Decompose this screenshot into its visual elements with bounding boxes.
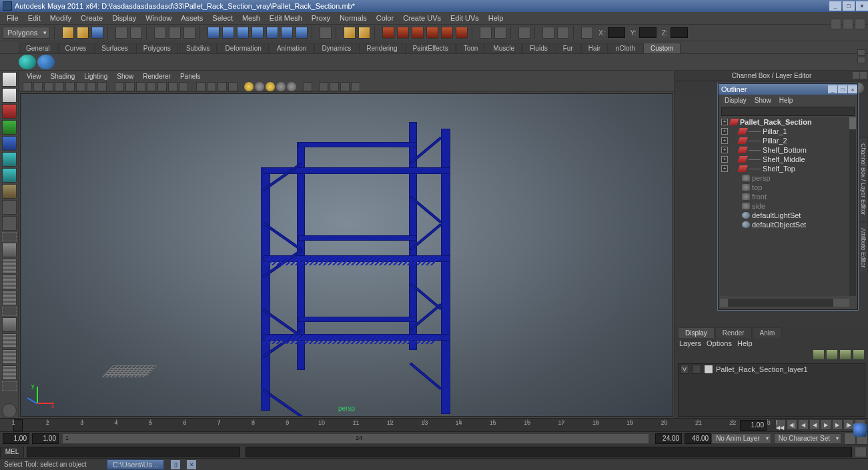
range-start-outer-field[interactable]: 1.00 bbox=[3, 433, 29, 444]
character-set-dropdown[interactable]: No Character Set bbox=[774, 433, 841, 444]
panel-icon[interactable] bbox=[125, 82, 135, 91]
menu-mesh[interactable]: Mesh bbox=[238, 13, 264, 23]
snap-live-button[interactable] bbox=[266, 27, 278, 39]
panel-menu-renderer[interactable]: Renderer bbox=[139, 73, 175, 80]
panel-icon[interactable] bbox=[218, 82, 227, 91]
menu-file[interactable]: File bbox=[3, 13, 23, 23]
panel-icon[interactable] bbox=[168, 82, 177, 91]
layout-single-button[interactable] bbox=[2, 243, 17, 257]
menu-modify[interactable]: Modify bbox=[46, 13, 75, 23]
save-scene-button[interactable] bbox=[91, 27, 103, 39]
render-pass-button[interactable] bbox=[397, 27, 409, 39]
panel-menu-view[interactable]: View bbox=[23, 73, 45, 80]
select-by-object-button[interactable] bbox=[169, 27, 181, 39]
viewport-3d[interactable]: y x persp bbox=[20, 93, 673, 417]
panel-icon[interactable] bbox=[76, 82, 85, 91]
menu-window[interactable]: Window bbox=[141, 13, 175, 23]
module-dropdown[interactable]: Polygons bbox=[3, 27, 50, 39]
panel-icon[interactable] bbox=[340, 82, 350, 91]
menu-proxy[interactable]: Proxy bbox=[308, 13, 334, 23]
new-scene-button[interactable] bbox=[62, 27, 74, 39]
layout-preset-d[interactable] bbox=[2, 365, 17, 380]
render-button[interactable] bbox=[344, 27, 356, 39]
anim-layer-dropdown[interactable]: No Anim Layer bbox=[711, 433, 771, 444]
misc-button-b[interactable] bbox=[557, 27, 569, 39]
layer-move-down-icon[interactable] bbox=[853, 350, 864, 359]
layout-button-a[interactable] bbox=[480, 27, 492, 39]
hypershade-button[interactable] bbox=[412, 27, 424, 39]
panel-menu-shading[interactable]: Shading bbox=[47, 73, 79, 80]
window-close-button[interactable]: × bbox=[856, 1, 868, 11]
outliner-item-front[interactable]: front bbox=[720, 192, 849, 201]
universal-tool[interactable] bbox=[2, 168, 17, 183]
panel-icon[interactable] bbox=[136, 82, 145, 91]
expand-icon[interactable]: + bbox=[721, 128, 728, 135]
render-view-button[interactable] bbox=[441, 27, 453, 39]
show-manip-tool[interactable] bbox=[2, 200, 17, 215]
shelf-tab-rendering[interactable]: Rendering bbox=[359, 43, 404, 53]
layer-display-type-toggle[interactable] bbox=[692, 365, 701, 374]
layer-row[interactable]: V Pallet_Rack_Section_layer1 bbox=[679, 364, 865, 375]
show-channelbox-button[interactable] bbox=[831, 19, 841, 29]
outliner-item-default-light-set[interactable]: defaultLightSet bbox=[720, 211, 849, 220]
expand-icon[interactable]: + bbox=[721, 119, 728, 125]
expand-icon[interactable]: + bbox=[721, 156, 728, 163]
layer-tab-anim[interactable]: Anim bbox=[753, 327, 783, 338]
panel-icon[interactable] bbox=[330, 82, 339, 91]
isolate-select-icon[interactable] bbox=[303, 82, 312, 91]
menu-display[interactable]: Display bbox=[108, 13, 140, 23]
panel-icon[interactable] bbox=[228, 82, 238, 91]
command-language-label[interactable]: MEL bbox=[0, 447, 24, 457]
layout-preset-a[interactable] bbox=[2, 317, 17, 332]
shelf-tab-curves[interactable]: Curves bbox=[58, 43, 94, 53]
snap-view-button[interactable] bbox=[281, 27, 293, 39]
layout-four-button[interactable] bbox=[2, 259, 17, 273]
coord-x-field[interactable] bbox=[608, 27, 625, 38]
snap-curve-button[interactable] bbox=[222, 27, 234, 39]
outliner-item-top[interactable]: top bbox=[720, 183, 849, 192]
lasso-tool[interactable] bbox=[2, 88, 17, 103]
outliner-item-persp[interactable]: persp bbox=[720, 173, 849, 183]
goto-start-button[interactable]: |◀◀ bbox=[775, 419, 786, 430]
scale-tool[interactable] bbox=[2, 152, 17, 167]
play-forward-button[interactable]: ▶ bbox=[821, 419, 831, 430]
range-bar[interactable]: 1 24 bbox=[63, 434, 648, 443]
channel-box-close-button[interactable] bbox=[860, 72, 867, 79]
outliner-close-button[interactable]: × bbox=[848, 85, 857, 93]
light-default-icon[interactable] bbox=[255, 82, 264, 91]
ipr-render-button[interactable] bbox=[358, 27, 370, 39]
select-by-component-button[interactable] bbox=[183, 27, 195, 39]
step-back-key-button[interactable]: ◀| bbox=[787, 419, 797, 430]
tool-settings-icon[interactable] bbox=[2, 403, 17, 418]
show-toolsettings-button[interactable] bbox=[843, 19, 853, 29]
show-attr-editor-button[interactable] bbox=[855, 19, 865, 29]
layer-color-swatch[interactable] bbox=[704, 365, 713, 374]
outliner-item-side[interactable]: side bbox=[720, 201, 849, 211]
script-editor-button[interactable] bbox=[855, 447, 867, 457]
lock-button[interactable] bbox=[581, 27, 593, 39]
menu-color[interactable]: Color bbox=[372, 13, 398, 23]
select-tool[interactable] bbox=[2, 72, 17, 87]
time-track[interactable]: 123456789101112131415161718192021222324 bbox=[13, 419, 801, 431]
range-end-outer-field[interactable]: 48.00 bbox=[685, 433, 711, 444]
layout-button-b[interactable] bbox=[494, 27, 506, 39]
light-none-icon[interactable] bbox=[287, 82, 296, 91]
shelf-tab-muscle[interactable]: Muscle bbox=[486, 43, 522, 53]
range-end-inner-field[interactable]: 24.00 bbox=[655, 433, 682, 444]
step-forward-button[interactable]: ▶ bbox=[832, 419, 843, 430]
current-time-field[interactable]: 1.00 bbox=[740, 420, 767, 431]
coord-y-field[interactable] bbox=[639, 27, 657, 38]
redo-button[interactable] bbox=[130, 27, 142, 39]
menu-help[interactable]: Help bbox=[484, 13, 508, 23]
outliner-item-shelf-middle[interactable]: + —— Shelf_Middle bbox=[720, 155, 849, 164]
layout-threestack-button[interactable] bbox=[2, 291, 17, 305]
outliner-item-shelf-top[interactable]: + —— Shelf_Top bbox=[720, 164, 849, 173]
light-linking-button[interactable] bbox=[426, 27, 438, 39]
outliner-menu-help[interactable]: Help bbox=[776, 97, 797, 104]
light-flat-icon[interactable] bbox=[276, 82, 286, 91]
scroll-left-arrow[interactable] bbox=[720, 299, 728, 307]
outliner-menu-show[interactable]: Show bbox=[751, 97, 775, 104]
side-tab-attr-editor[interactable]: Attribute Editor bbox=[859, 222, 868, 274]
panel-icon[interactable] bbox=[87, 82, 96, 91]
taskbar-close-1[interactable]: ▯ bbox=[171, 460, 180, 469]
